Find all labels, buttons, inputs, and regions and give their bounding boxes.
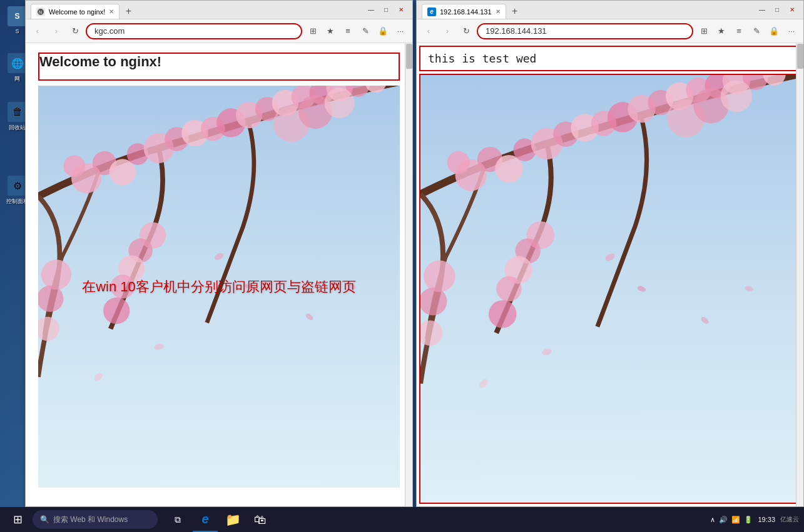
tray-volume[interactable]: 🔊 xyxy=(719,516,728,524)
right-minimize[interactable]: — xyxy=(756,4,768,16)
clock-time: 19:33 xyxy=(758,516,775,523)
left-toolbar-menu[interactable]: ≡ xyxy=(340,23,356,39)
left-new-tab[interactable]: + xyxy=(121,4,136,19)
right-new-tab[interactable]: + xyxy=(507,4,522,19)
right-scrollbar-thumb[interactable] xyxy=(797,44,803,69)
left-toolbar-icons: ⊞ ★ ≡ ✎ 🔒 ··· xyxy=(305,23,409,39)
left-toolbar-more[interactable]: ··· xyxy=(392,23,409,39)
right-address-box[interactable]: 192.168.144.131 xyxy=(477,23,693,39)
icon-net-label: 网 xyxy=(14,75,20,83)
svg-point-65 xyxy=(424,261,455,293)
left-address-bar-row: ‹ › ↻ kgc.com ⊞ ★ ≡ ✎ 🔒 ··· xyxy=(26,19,412,43)
left-tab-area: N Welcome to nginx! ✕ + xyxy=(31,1,362,19)
svg-text:N: N xyxy=(39,10,42,14)
right-back-btn[interactable]: ‹ xyxy=(420,23,437,39)
right-url-text: 192.168.144.131 xyxy=(486,26,547,36)
right-window-controls: — □ ✕ xyxy=(756,4,798,16)
cherry-blossom-area: 在win 10客户机中分别访问原网页与盗链网页 xyxy=(38,86,400,488)
left-minimize[interactable]: — xyxy=(365,4,377,16)
right-page: this is test wed xyxy=(417,43,803,506)
right-toolbar-lock[interactable]: 🔒 xyxy=(766,23,782,39)
test-text-box: this is test wed xyxy=(419,46,801,71)
left-scrollbar[interactable] xyxy=(405,43,412,506)
nginx-page: Welcome to nginx! xyxy=(26,43,412,506)
svg-point-6 xyxy=(63,155,85,177)
clock[interactable]: 19:33 xyxy=(758,516,775,523)
left-tab[interactable]: N Welcome to nginx! ✕ xyxy=(31,4,120,19)
right-favicon: e xyxy=(427,8,436,16)
right-toolbar-fav[interactable]: ★ xyxy=(713,23,730,39)
tray-battery[interactable]: 🔋 xyxy=(744,516,753,524)
icon-s-img: S xyxy=(8,6,28,26)
taskbar-store[interactable]: 🛍 xyxy=(248,507,273,532)
left-toolbar-fav[interactable]: ★ xyxy=(322,23,338,39)
left-close[interactable]: ✕ xyxy=(395,4,407,16)
left-browser-content: Welcome to nginx! xyxy=(26,43,412,506)
right-tab[interactable]: e 192.168.144.131 ✕ xyxy=(422,4,506,19)
taskbar-explorer[interactable]: 📁 xyxy=(220,507,245,532)
icon-s-label: S xyxy=(15,28,19,34)
nginx-heading-box: Welcome to nginx! xyxy=(38,53,400,81)
watermark-text: 在win 10客户机中分别访问原网页与盗链网页 xyxy=(82,278,356,296)
right-close[interactable]: ✕ xyxy=(786,4,798,16)
desktop-icon-s[interactable]: S S xyxy=(8,6,28,34)
icon-recycle-label: 回收站 xyxy=(9,124,26,132)
svg-point-61 xyxy=(489,300,516,328)
right-forward-btn[interactable]: › xyxy=(439,23,455,39)
left-back-btn[interactable]: ‹ xyxy=(29,23,46,39)
right-toolbar-reading[interactable]: ⊞ xyxy=(696,23,712,39)
svg-point-60 xyxy=(496,276,521,301)
left-refresh-btn[interactable]: ↻ xyxy=(67,23,83,39)
svg-point-42 xyxy=(447,151,469,174)
browsers-container: N Welcome to nginx! ✕ + — □ ✕ ‹ › ↻ xyxy=(25,0,804,507)
search-placeholder: 搜索 Web 和 Windows xyxy=(53,514,128,525)
tray-brand: 亿速云 xyxy=(780,515,799,524)
browser-right: e 192.168.144.131 ✕ + — □ ✕ ‹ › ↻ xyxy=(416,0,804,507)
taskbar-search[interactable]: 🔍 搜索 Web 和 Windows xyxy=(33,510,158,529)
tray-network[interactable]: 📶 xyxy=(731,516,740,524)
taskbar-task-view[interactable]: ⧉ xyxy=(165,507,190,532)
svg-point-66 xyxy=(420,288,447,315)
right-toolbar-menu[interactable]: ≡ xyxy=(731,23,747,39)
desktop-icon-net[interactable]: 🌐 网 xyxy=(8,53,28,83)
right-refresh-btn[interactable]: ↻ xyxy=(458,23,474,39)
desktop-icon-recycle[interactable]: 🗑 回收站 xyxy=(8,102,28,132)
left-window-controls: — □ ✕ xyxy=(365,4,407,16)
right-title-bar: e 192.168.144.131 ✕ + — □ ✕ xyxy=(417,1,803,19)
left-scrollbar-thumb[interactable] xyxy=(406,44,412,69)
left-tab-label: Welcome to nginx! xyxy=(49,8,105,16)
browser-left: N Welcome to nginx! ✕ + — □ ✕ ‹ › ↻ xyxy=(25,0,413,507)
left-address-box[interactable]: kgc.com xyxy=(86,23,302,39)
taskbar-apps: ⧉ e 📁 🛍 xyxy=(165,507,273,532)
svg-point-29 xyxy=(41,259,71,289)
right-toolbar-more[interactable]: ··· xyxy=(783,23,800,39)
svg-point-28 xyxy=(325,88,355,118)
left-tab-close[interactable]: ✕ xyxy=(109,8,114,15)
icon-ctrl-img: ⚙ xyxy=(8,176,28,196)
start-button[interactable]: ⊞ xyxy=(5,507,30,532)
right-scrollbar[interactable] xyxy=(796,43,803,506)
right-toolbar-edit[interactable]: ✎ xyxy=(748,23,765,39)
left-toolbar-lock[interactable]: 🔒 xyxy=(375,23,391,39)
left-forward-btn[interactable]: › xyxy=(48,23,64,39)
svg-point-30 xyxy=(38,286,63,312)
left-url-text: kgc.com xyxy=(94,26,125,36)
test-text: this is test wed xyxy=(428,52,536,65)
desktop: S S 🌐 网 🗑 回收站 ⚙ 控制面板 N xyxy=(0,0,804,532)
left-toolbar-edit[interactable]: ✎ xyxy=(357,23,374,39)
right-toolbar-icons: ⊞ ★ ≡ ✎ 🔒 ··· xyxy=(696,23,800,39)
left-toolbar-reading[interactable]: ⊞ xyxy=(305,23,321,39)
right-browser-content: this is test wed xyxy=(417,43,803,506)
right-maximize[interactable]: □ xyxy=(771,4,783,16)
system-tray: ∧ 🔊 📶 🔋 xyxy=(710,516,753,524)
right-image-area xyxy=(419,74,801,504)
left-favicon: N xyxy=(36,8,45,16)
left-maximize[interactable]: □ xyxy=(380,4,392,16)
taskbar-right: ∧ 🔊 📶 🔋 19:33 亿速云 xyxy=(710,515,799,524)
taskbar-edge[interactable]: e xyxy=(193,507,218,532)
tray-chevron[interactable]: ∧ xyxy=(710,516,715,524)
taskbar: ⊞ 🔍 搜索 Web 和 Windows ⧉ e 📁 🛍 ∧ 🔊 📶 🔋 19:… xyxy=(0,507,804,532)
icon-recycle-img: 🗑 xyxy=(8,102,28,122)
right-tab-close[interactable]: ✕ xyxy=(496,8,501,15)
svg-point-25 xyxy=(103,298,130,324)
